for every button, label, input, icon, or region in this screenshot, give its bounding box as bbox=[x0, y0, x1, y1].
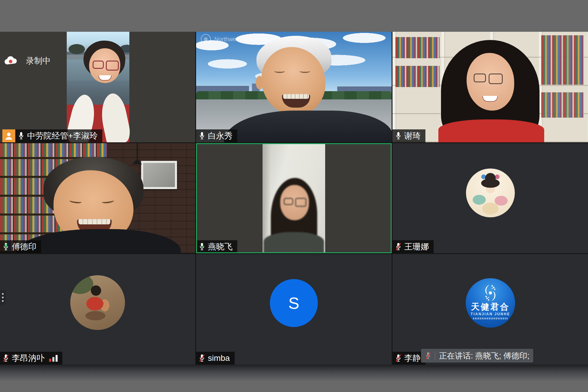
video-feed bbox=[0, 143, 195, 253]
toast-text: 正在讲话: 燕晓飞; 傅德印; 白永... bbox=[439, 351, 529, 361]
avatar bbox=[70, 275, 125, 330]
toast-divider bbox=[435, 351, 435, 360]
video-grid: 中劳院经管+李淑玲 Northwest University bbox=[0, 32, 588, 365]
mic-muted-icon bbox=[199, 354, 205, 363]
speaking-toast: 正在讲话: 燕晓飞; 傅德印; 白永... bbox=[421, 349, 533, 363]
mic-muted-icon bbox=[395, 354, 402, 363]
participant-name: 王珊娜 bbox=[404, 241, 429, 252]
mic-on-icon bbox=[395, 131, 402, 140]
mic-on-icon bbox=[18, 131, 24, 140]
video-feed bbox=[263, 143, 325, 253]
tile-li-shuling[interactable]: 中劳院经管+李淑玲 bbox=[0, 32, 195, 142]
video-feed bbox=[392, 32, 588, 142]
tile-simba[interactable]: S simba bbox=[196, 254, 392, 365]
mic-speaking-icon bbox=[199, 242, 205, 251]
tile-li-angna[interactable]: 李昂汭卟 bbox=[0, 254, 195, 365]
participant-name: 谢琦 bbox=[404, 130, 421, 141]
tile-bai-yongxiu[interactable]: Northwest University 白永秀 bbox=[196, 32, 392, 142]
panel-handle[interactable] bbox=[0, 290, 6, 305]
mic-muted-icon bbox=[395, 242, 402, 251]
mic-speaking-icon bbox=[3, 242, 9, 251]
logo-subtitle: TIANJIAN JUNHE bbox=[471, 312, 510, 316]
tianjian-junhe-logo-icon bbox=[481, 283, 500, 302]
meeting-window: 录制中 bbox=[0, 0, 588, 392]
bottom-gradient bbox=[0, 365, 588, 392]
profile-badge-icon bbox=[2, 129, 15, 142]
tile-xie-qi[interactable]: 谢琦 bbox=[392, 32, 588, 142]
participant-name: simba bbox=[208, 353, 230, 363]
recording-label: 录制中 bbox=[26, 55, 51, 66]
participant-name: 白永秀 bbox=[208, 130, 233, 141]
video-feed bbox=[67, 32, 129, 142]
signal-strength-icon bbox=[49, 355, 58, 362]
participant-nameplate: 王珊娜 bbox=[392, 240, 434, 253]
cloud-recording-icon bbox=[4, 56, 18, 66]
participant-name: 李静 bbox=[404, 353, 421, 364]
participant-name: 李昂汭卟 bbox=[12, 353, 45, 364]
participant-nameplate: simba bbox=[196, 352, 235, 365]
university-watermark: Northwest University bbox=[201, 34, 268, 44]
participant-nameplate: 李静 bbox=[392, 352, 425, 365]
participant-name: 中劳院经管+李淑玲 bbox=[27, 130, 98, 141]
avatar-letter: S bbox=[270, 279, 318, 327]
university-seal-icon bbox=[201, 34, 211, 44]
mic-on-icon bbox=[199, 131, 205, 140]
participant-nameplate: 白永秀 bbox=[196, 129, 237, 142]
recording-indicator: 录制中 bbox=[4, 55, 51, 66]
watermark-text: Northwest University bbox=[214, 36, 268, 43]
company-logo-avatar: 天健君合 TIANJIAN JUNHE bbox=[466, 278, 515, 328]
participant-nameplate: 傅德印 bbox=[0, 240, 41, 253]
participant-name: 燕晓飞 bbox=[208, 241, 233, 252]
tile-yan-xiaofei[interactable]: 燕晓飞 bbox=[196, 143, 392, 253]
tile-wang-shanna[interactable]: 王珊娜 bbox=[392, 143, 588, 253]
toast-mic-muted-icon bbox=[425, 351, 431, 361]
avatar bbox=[466, 169, 515, 217]
participant-nameplate: 谢琦 bbox=[392, 129, 425, 142]
logo-title: 天健君合 bbox=[471, 302, 510, 311]
participant-name: 傅德印 bbox=[12, 241, 36, 252]
logo-tagline bbox=[473, 318, 508, 319]
participant-nameplate: 燕晓飞 bbox=[196, 240, 237, 253]
participant-nameplate: 李昂汭卟 bbox=[0, 352, 62, 365]
tile-fu-deyin[interactable]: 傅德印 bbox=[0, 143, 195, 253]
tile-li-jing[interactable]: 天健君合 TIANJIAN JUNHE 李静 bbox=[392, 254, 588, 365]
participant-nameplate: 中劳院经管+李淑玲 bbox=[15, 129, 102, 142]
mic-muted-icon bbox=[3, 354, 9, 363]
video-feed: Northwest University bbox=[196, 32, 392, 142]
